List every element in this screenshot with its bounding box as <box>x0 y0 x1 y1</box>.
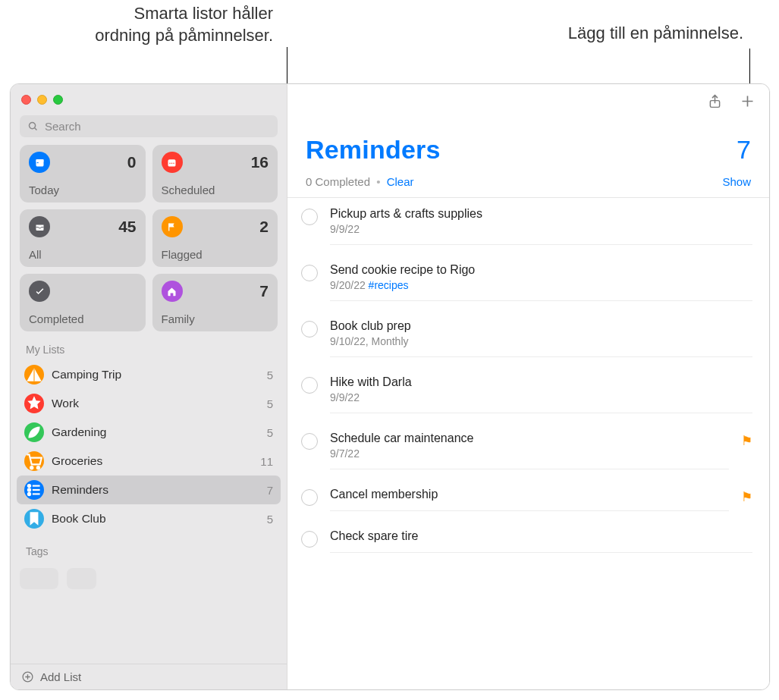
tags-area <box>11 568 287 589</box>
flag-icon <box>162 216 183 237</box>
smart-list-count: 16 <box>251 153 269 171</box>
tent-icon <box>24 365 44 385</box>
svg-rect-4 <box>36 162 38 162</box>
tag-chip[interactable] <box>20 568 58 589</box>
reminders-list: Pickup arts & crafts supplies9/9/22Send … <box>287 198 769 562</box>
smart-list-today[interactable]: 0Today <box>20 145 146 202</box>
list-name: Work <box>52 397 259 410</box>
svg-point-13 <box>28 493 30 495</box>
window-controls <box>11 84 287 111</box>
clear-button[interactable]: Clear <box>387 175 414 188</box>
reminder-checkbox[interactable] <box>301 489 318 506</box>
list-title: Reminders <box>306 135 441 165</box>
tag-chip[interactable] <box>67 568 97 589</box>
smart-list-flagged[interactable]: 2Flagged <box>152 209 278 267</box>
tray-icon <box>29 216 50 237</box>
close-window-button[interactable] <box>21 95 31 105</box>
calendar-icon <box>29 152 50 173</box>
zoom-window-button[interactable] <box>53 95 63 105</box>
main-panel: Reminders 7 0 Completed • Clear Show Pic… <box>287 84 769 689</box>
sidebar: Search 0Today16Scheduled45All2FlaggedCom… <box>11 84 287 689</box>
plus-icon <box>740 93 755 109</box>
reminder-checkbox[interactable] <box>301 321 318 337</box>
reminder-checkbox[interactable] <box>301 265 318 281</box>
share-button[interactable] <box>707 93 723 112</box>
svg-point-12 <box>28 488 30 491</box>
smart-list-all[interactable]: 45All <box>20 209 146 267</box>
list-count: 5 <box>267 369 273 381</box>
smart-list-label: Family <box>162 309 269 325</box>
toolbar <box>287 84 769 115</box>
add-list-label: Add List <box>40 670 81 683</box>
check-icon <box>29 281 50 302</box>
list-count: 7 <box>267 484 273 497</box>
search-icon <box>27 121 39 132</box>
sidebar-list-camping-trip[interactable]: Camping Trip5 <box>17 360 281 389</box>
reminder-row[interactable]: Book club prep9/10/22, Monthly <box>301 310 752 366</box>
reminder-meta: 9/20/22 #recipes <box>330 279 752 291</box>
svg-point-0 <box>30 123 36 129</box>
plus-circle-icon <box>21 670 34 683</box>
smart-list-scheduled[interactable]: 16Scheduled <box>152 145 278 202</box>
reminder-checkbox[interactable] <box>301 531 318 548</box>
reminder-checkbox[interactable] <box>301 377 318 394</box>
show-button[interactable]: Show <box>722 175 751 188</box>
callout-right: Lägg till en påminnelse. <box>501 23 743 45</box>
smart-list-label: Flagged <box>162 245 269 261</box>
list-icon <box>24 480 44 500</box>
smart-list-label: Today <box>29 180 137 196</box>
reminder-row[interactable]: Pickup arts & crafts supplies9/9/22 <box>301 198 752 254</box>
reminder-row[interactable]: Cancel membership⚑ <box>301 479 752 520</box>
smart-list-family[interactable]: 7Family <box>152 274 278 331</box>
callout-line <box>749 49 750 85</box>
list-count: 5 <box>267 426 273 439</box>
callout-left: Smarta listor håller ordning på påminnel… <box>38 3 273 46</box>
reminder-row[interactable]: Schedule car maintenance9/7/22⚑ <box>301 422 752 479</box>
svg-rect-3 <box>36 159 43 162</box>
reminder-row[interactable]: Send cookie recipe to Rigo9/20/22 #recip… <box>301 254 752 310</box>
my-lists: Camping Trip5Work5Gardening5Groceries11R… <box>11 360 287 533</box>
star-icon <box>24 394 44 413</box>
sidebar-list-book-club[interactable]: Book Club5 <box>17 504 281 533</box>
reminder-row[interactable]: Hike with Darla9/9/22 <box>301 366 752 422</box>
minimize-window-button[interactable] <box>37 95 47 105</box>
flag-icon: ⚑ <box>741 489 752 505</box>
smart-lists-grid: 0Today16Scheduled45All2FlaggedCompleted7… <box>11 145 287 339</box>
list-name: Reminders <box>52 483 259 497</box>
add-reminder-button[interactable] <box>740 93 755 112</box>
list-count: 11 <box>260 455 273 468</box>
reminder-checkbox[interactable] <box>301 433 318 450</box>
bookmark-icon <box>24 509 44 529</box>
smart-list-count: 2 <box>259 218 269 236</box>
reminder-checkbox[interactable] <box>301 209 318 225</box>
reminder-meta: 9/9/22 <box>330 391 752 403</box>
completed-text: 0 Completed <box>306 175 370 188</box>
search-input[interactable]: Search <box>20 115 278 137</box>
smart-list-completed[interactable]: Completed <box>20 274 146 331</box>
smart-list-count: 7 <box>259 282 269 300</box>
sidebar-list-groceries[interactable]: Groceries11 <box>17 447 281 476</box>
flag-icon: ⚑ <box>741 433 752 449</box>
sidebar-list-work[interactable]: Work5 <box>17 389 281 418</box>
smart-list-count: 0 <box>127 153 137 171</box>
list-count: 7 <box>737 135 751 165</box>
list-count: 5 <box>267 513 273 526</box>
smart-list-label: All <box>29 245 137 261</box>
reminder-title: Pickup arts & crafts supplies <box>330 207 752 221</box>
list-name: Camping Trip <box>52 368 259 381</box>
house-icon <box>162 281 183 302</box>
sidebar-fade <box>11 645 287 664</box>
sidebar-list-gardening[interactable]: Gardening5 <box>17 418 281 447</box>
add-list-button[interactable]: Add List <box>11 664 287 689</box>
reminder-meta: 9/9/22 <box>330 223 752 235</box>
cart-icon <box>24 451 44 471</box>
sidebar-list-reminders[interactable]: Reminders7 <box>17 476 281 504</box>
smart-list-count: 45 <box>118 218 136 236</box>
reminder-title: Schedule car maintenance <box>330 432 729 445</box>
reminder-tag[interactable]: #recipes <box>369 279 409 291</box>
reminder-row[interactable]: Check spare tire <box>301 520 752 562</box>
svg-point-8 <box>173 162 174 164</box>
smart-list-label: Completed <box>29 309 137 325</box>
smart-list-label: Scheduled <box>162 180 269 196</box>
search-placeholder: Search <box>45 120 81 133</box>
